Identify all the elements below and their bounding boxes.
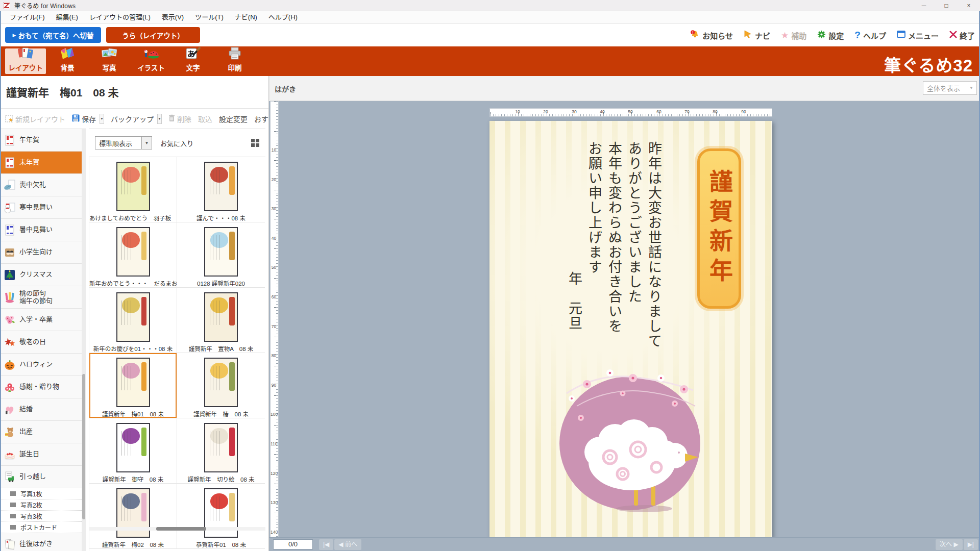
next-page-button[interactable]: 次へ ▶ bbox=[936, 539, 963, 550]
backup-dropdown-caret[interactable] bbox=[157, 114, 162, 124]
sidebar-subitem-photo2[interactable]: 写真2枚 bbox=[0, 499, 82, 511]
delete-button[interactable]: 削除 bbox=[168, 114, 191, 124]
sidebar-item-shochu[interactable]: 暑中見舞い bbox=[0, 219, 82, 241]
sidebar-item-shogakusei[interactable]: 小学生向け bbox=[0, 241, 82, 264]
menu-navi[interactable]: ナビ(N) bbox=[229, 11, 263, 23]
menu-file[interactable]: ファイル(F) bbox=[4, 11, 51, 23]
postcard-preview[interactable]: 謹賀新年 昨年は大変お世話になりまして ありがとうございました 本年も変わらぬお… bbox=[489, 121, 772, 537]
sidebar-item-sekku[interactable]: 桃の節句 端午の節句 bbox=[0, 286, 82, 309]
sidebar-item-kekkon[interactable]: 結婚 bbox=[0, 398, 82, 421]
greeting-message[interactable]: 昨年は大変お世話になりまして ありがとうございました 本年も変わらぬお付き合いを… bbox=[565, 141, 664, 386]
minimize-button[interactable]: ─ bbox=[913, 0, 935, 11]
quick-bar: お知らせ ナビ 補助 設定 ヘルプ メニュー 終了 bbox=[690, 29, 975, 42]
last-page-button[interactable]: ▶| bbox=[964, 539, 978, 550]
canvas-statusbar: 0/0 |◀ ◀ 前へ 次へ ▶ ▶| bbox=[269, 537, 980, 551]
template-item[interactable]: 謹賀新年 梅02 08 未 bbox=[89, 484, 177, 549]
menu-view[interactable]: 表示(V) bbox=[156, 11, 189, 23]
sidebar-item-kanchu[interactable]: 寒中見舞い bbox=[0, 196, 82, 219]
template-item-selected[interactable]: 謹賀新年 梅01 08 未 bbox=[89, 353, 177, 418]
maximize-button[interactable]: □ bbox=[935, 0, 958, 11]
template-item[interactable]: 新年のお慶びを01・・・08 未 bbox=[89, 288, 177, 353]
floppy-icon bbox=[72, 114, 80, 123]
new-layout-button[interactable]: 新規レイアウト bbox=[5, 114, 65, 124]
vertical-ruler: 10 20 30 40 50 60 70 80 90 100 110 120 1… bbox=[270, 101, 279, 537]
template-thumbnail bbox=[117, 359, 149, 406]
prev-page-button[interactable]: ◀ 前へ bbox=[334, 539, 361, 550]
template-grid: あけましておめでとう 羽子板 08 未 謹んで・・・08 未 新年おめでとう・・… bbox=[89, 157, 265, 551]
tool-background[interactable]: 背景 bbox=[47, 48, 88, 74]
sidebar-item-ofuku-hagaki[interactable]: 往復はがき bbox=[0, 533, 82, 551]
template-item[interactable]: 0128 謹賀新年020 bbox=[177, 222, 265, 288]
sidebar-item-hitsuji-nenga[interactable]: 未年賀 bbox=[0, 152, 82, 174]
background-sheets-icon bbox=[60, 47, 75, 62]
sidebar-item-mochu[interactable]: 喪中欠礼 bbox=[0, 174, 82, 196]
exit-button[interactable]: 終了 bbox=[949, 30, 975, 41]
grid-view-icon[interactable] bbox=[251, 139, 259, 147]
tab-front-address[interactable]: おもて（宛て名）へ切替 bbox=[5, 27, 101, 43]
sidebar-subitem-photo1[interactable]: 写真1枚 bbox=[0, 488, 82, 499]
template-item[interactable]: あけましておめでとう 羽子板 08 未 bbox=[89, 157, 177, 222]
notice-button[interactable]: お知らせ bbox=[690, 30, 733, 41]
template-item[interactable]: 新年おめでとう・・・ だるまおとし … bbox=[89, 222, 177, 288]
tool-print[interactable]: 印刷 bbox=[214, 48, 255, 74]
template-thumbnail bbox=[205, 359, 237, 406]
nenga-card-icon bbox=[4, 134, 16, 146]
sidebar-subitem-photo3[interactable]: 写真3枚 bbox=[0, 511, 82, 522]
sidebar-item-hikkoshi[interactable]: 引っ越し bbox=[0, 466, 82, 488]
template-item[interactable]: 謹んで・・・08 未 bbox=[177, 157, 265, 222]
nenga-card-icon bbox=[4, 157, 16, 169]
sidebar-subitem-postcard[interactable]: ポストカード bbox=[0, 522, 82, 533]
zoom-select[interactable]: 全体を表示 bbox=[923, 81, 977, 95]
tool-illustration[interactable]: イラスト bbox=[131, 48, 172, 74]
tool-layout[interactable]: レイアウト bbox=[5, 48, 46, 74]
template-hscrollbar[interactable] bbox=[89, 527, 265, 531]
sidebar-item-tanjobi[interactable]: 誕生日 bbox=[0, 443, 82, 466]
watermelon-icon bbox=[143, 47, 159, 62]
tool-photo[interactable]: 写真 bbox=[89, 48, 130, 74]
photo-slot-icon bbox=[10, 525, 16, 530]
greeting-badge[interactable]: 謹賀新年 bbox=[697, 148, 741, 309]
sidebar-item-uma-nenga[interactable]: 午年賀 bbox=[0, 129, 82, 152]
sidebar-item-nyugaku[interactable]: 入学・卒業 bbox=[0, 309, 82, 331]
sidebar-item-halloween[interactable]: ハロウィン bbox=[0, 354, 82, 376]
menu-edit[interactable]: 編集(E) bbox=[51, 11, 84, 23]
first-page-button[interactable]: |◀ bbox=[319, 539, 333, 550]
template-item[interactable]: 謹賀新年 置物A 08 未 bbox=[177, 288, 265, 353]
sort-order-select[interactable]: 標準順表示 bbox=[95, 136, 152, 149]
save-dropdown-caret[interactable] bbox=[100, 114, 104, 124]
menu-help[interactable]: ヘルプ(H) bbox=[263, 11, 303, 23]
menu-button[interactable]: メニュー bbox=[897, 30, 939, 41]
menu-layout-manage[interactable]: レイアウトの管理(L) bbox=[84, 11, 156, 23]
page-indicator[interactable]: 0/0 bbox=[273, 539, 313, 549]
template-item[interactable]: 謹賀新年 椿 08 未 bbox=[177, 353, 265, 418]
sidebar-item-christmas[interactable]: クリスマス bbox=[0, 264, 82, 286]
template-hscrollbar-thumb[interactable] bbox=[156, 527, 206, 531]
sidebar-scrollbar-thumb[interactable] bbox=[82, 374, 85, 519]
help-button[interactable]: ヘルプ bbox=[854, 30, 886, 41]
navi-button[interactable]: ナビ bbox=[744, 30, 770, 41]
favorites-label[interactable]: お気に入り bbox=[160, 138, 193, 148]
photo-slot-icon bbox=[10, 503, 16, 507]
import-button[interactable]: 取込 bbox=[198, 114, 212, 124]
change-settings-button[interactable]: 設定変更 bbox=[219, 114, 248, 124]
template-item[interactable]: 謹賀新年 御守 08 未 bbox=[89, 418, 177, 484]
photo-slot-icon bbox=[10, 491, 16, 496]
canvas-body: 10 20 30 40 50 60 70 80 90 100 110 120 1… bbox=[269, 101, 980, 537]
sidebar-item-keiro[interactable]: 敬老の日 bbox=[0, 331, 82, 354]
settings-button[interactable]: 設定 bbox=[817, 30, 844, 41]
backup-button[interactable]: バックアップ bbox=[111, 114, 154, 124]
template-item[interactable]: 謹賀新年 切り絵 08 未 bbox=[177, 418, 265, 484]
assist-button[interactable]: 補助 bbox=[781, 30, 806, 41]
save-button[interactable]: 保存 bbox=[72, 114, 96, 124]
close-button[interactable]: × bbox=[958, 0, 980, 11]
tab-back-layout[interactable]: うら（レイアウト） bbox=[106, 27, 200, 43]
sidebar-item-kansha[interactable]: 感謝・贈り物 bbox=[0, 376, 82, 398]
tab-row: おもて（宛て名）へ切替 うら（レイアウト） お知らせ ナビ 補助 設定 ヘルプ … bbox=[0, 24, 980, 46]
chevron-down-icon[interactable] bbox=[141, 137, 152, 149]
tool-text[interactable]: あ 文字 bbox=[173, 48, 213, 74]
sidebar-item-shussan[interactable]: 出産 bbox=[0, 421, 82, 443]
cursor-arrow-icon bbox=[744, 30, 752, 40]
menu-tools[interactable]: ツール(T) bbox=[189, 11, 229, 23]
sidebar-scrollbar[interactable] bbox=[82, 129, 86, 551]
template-item[interactable]: 恭賀新年01 08 未 bbox=[177, 484, 265, 549]
